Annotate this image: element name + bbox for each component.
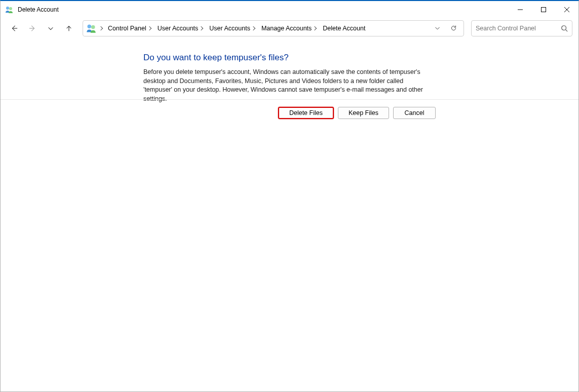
close-button[interactable] (555, 2, 578, 18)
caption-buttons (509, 2, 578, 18)
breadcrumb-label: Control Panel (108, 25, 146, 32)
breadcrumb-item[interactable]: User Accounts (156, 24, 208, 33)
breadcrumb-label: Delete Account (323, 25, 365, 32)
page-heading: Do you want to keep tempuser's files? (143, 53, 441, 63)
action-button-row: Delete Files Keep Files Cancel (1, 99, 578, 119)
chevron-right-icon (313, 26, 317, 30)
chevron-right-icon (147, 26, 151, 30)
minimize-button[interactable] (509, 2, 532, 18)
svg-point-10 (562, 25, 566, 30)
refresh-button[interactable] (446, 21, 460, 35)
breadcrumb-label: User Accounts (209, 25, 250, 32)
breadcrumb-label: Manage Accounts (261, 25, 312, 32)
svg-line-11 (566, 29, 568, 31)
search-box[interactable] (471, 20, 572, 36)
nav-up-button[interactable] (61, 21, 76, 36)
page-body-text: Before you delete tempuser's account, Wi… (143, 68, 432, 103)
cancel-button[interactable]: Cancel (393, 107, 436, 119)
search-input[interactable] (476, 25, 561, 32)
svg-rect-3 (542, 8, 546, 12)
chevron-right-icon (251, 26, 255, 30)
breadcrumb: Control Panel User Accounts User Account… (106, 24, 428, 33)
address-bar[interactable]: Control Panel User Accounts User Account… (83, 20, 464, 36)
maximize-button[interactable] (532, 2, 555, 18)
delete-files-button[interactable]: Delete Files (278, 107, 334, 119)
window-title: Delete Account (18, 6, 59, 13)
svg-point-9 (91, 25, 95, 29)
breadcrumb-item[interactable]: User Accounts (207, 24, 259, 33)
nav-back-button[interactable] (7, 21, 22, 36)
breadcrumb-item[interactable]: Delete Account (321, 24, 368, 33)
nav-recent-button[interactable] (43, 21, 58, 36)
content-area: Do you want to keep tempuser's files? Be… (1, 38, 578, 391)
svg-point-0 (6, 7, 9, 10)
toolbar: Control Panel User Accounts User Account… (1, 18, 578, 38)
svg-point-8 (88, 24, 92, 28)
chevron-right-icon (199, 26, 203, 30)
keep-files-button[interactable]: Keep Files (338, 107, 389, 119)
nav-forward-button[interactable] (25, 21, 40, 36)
breadcrumb-label: User Accounts (158, 25, 199, 32)
breadcrumb-item[interactable]: Manage Accounts (259, 24, 321, 33)
app-icon (5, 5, 14, 14)
title-bar: Delete Account (1, 1, 578, 18)
user-accounts-icon (86, 23, 96, 33)
chevron-right-icon[interactable] (99, 26, 103, 30)
svg-point-1 (9, 7, 12, 10)
breadcrumb-item[interactable]: Control Panel (106, 24, 156, 33)
address-dropdown-button[interactable] (430, 21, 444, 35)
search-icon (561, 25, 568, 32)
